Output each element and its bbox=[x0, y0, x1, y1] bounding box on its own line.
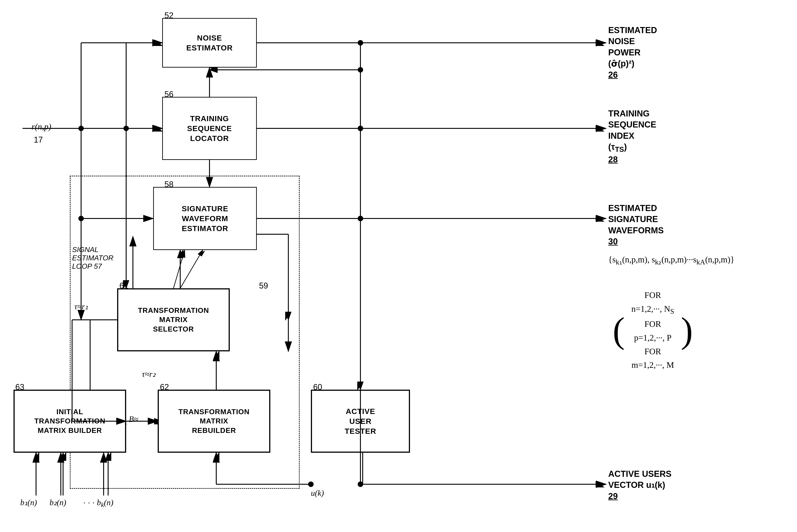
ref-58: 58 bbox=[165, 180, 173, 189]
tau-r2-label: τ≈r₂ bbox=[142, 369, 156, 379]
noise-estimator-block: NOISEESTIMATOR bbox=[162, 18, 257, 68]
bkn-label: bk(n) bbox=[97, 498, 113, 509]
ref-63: 63 bbox=[15, 382, 24, 392]
input-rnp-label: r(n,p) bbox=[32, 121, 51, 132]
ref-52: 52 bbox=[165, 11, 173, 20]
ref-56: 56 bbox=[165, 90, 173, 99]
training-sequence-locator-block: TRAININGSEQUENCELOCATOR bbox=[162, 97, 257, 160]
ref-60: 60 bbox=[313, 382, 322, 392]
for-block-label: ( FORn=1,2,···, NSFORp=1,2,···, PFORm=1,… bbox=[613, 288, 693, 372]
active-users-vector-label: ACTIVE USERSVECTOR u₁(k)29 bbox=[608, 469, 671, 502]
b2n-label: b₂(n) bbox=[50, 498, 66, 507]
ref-59: 59 bbox=[259, 281, 268, 290]
transformation-matrix-rebuilder-block: TRANSFORMATIONMATRIXREBUILDER bbox=[158, 390, 270, 453]
tau-r1-label: τ≈r₁ bbox=[74, 302, 88, 311]
ref-17: 17 bbox=[34, 135, 43, 145]
signature-waveform-estimator-block: SIGNATUREWAVEFORMESTIMATOR bbox=[153, 187, 257, 250]
active-user-tester-block: ACTIVEUSERTESTER bbox=[311, 390, 410, 453]
signal-estimator-loop-label: SIGNALESTIMATORLOOP 57 bbox=[72, 246, 114, 270]
svg-point-42 bbox=[308, 481, 314, 487]
transformation-matrix-selector-block: TRANSFORMATIONMATRIXSELECTOR bbox=[117, 288, 230, 352]
set-notation-label: {sk₁(n,p,m), sk₂(n,p,m)···skA(n,p,m)} bbox=[608, 254, 734, 266]
dots-label: · · · bbox=[83, 498, 95, 507]
b1n-label: b₁(n) bbox=[20, 498, 37, 507]
ref-61: 61 bbox=[119, 281, 128, 290]
initial-transformation-matrix-builder-block: INITIALTRANSFORMATIONMATRIX BUILDER bbox=[14, 390, 126, 453]
training-sequence-index-label: TRAININGSEQUENCEINDEX(τTS)28 bbox=[608, 108, 656, 165]
diagram-container: NOISEESTIMATOR TRAININGSEQUENCELOCATOR S… bbox=[0, 0, 797, 532]
estimated-signature-waveforms-label: ESTIMATEDSIGNATUREWAVEFORMS30 bbox=[608, 203, 664, 247]
uk-label: u(k) bbox=[311, 488, 324, 498]
ref-62: 62 bbox=[160, 382, 169, 392]
b-approx-label: B≈ bbox=[129, 414, 138, 424]
estimated-noise-power-label: ESTIMATEDNOISEPOWER(σ̂(p)²)26 bbox=[608, 25, 657, 80]
